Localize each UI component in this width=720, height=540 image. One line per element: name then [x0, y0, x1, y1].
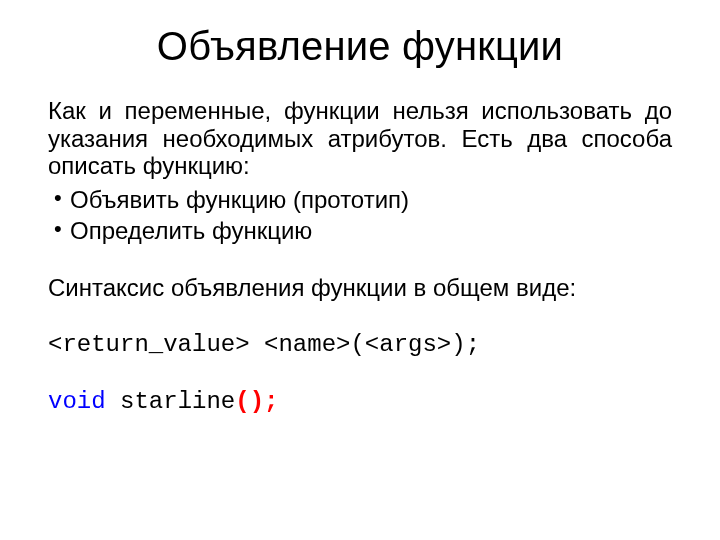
- list-item-label: Объявить функцию (прототип): [70, 186, 409, 213]
- list-item: Определить функцию: [48, 215, 672, 246]
- code-close-paren: ): [250, 388, 264, 415]
- code-function-name: starline: [120, 388, 235, 415]
- spacer: [48, 360, 672, 388]
- slide-title: Объявление функции: [48, 24, 672, 69]
- spacer: [48, 246, 672, 274]
- slide: Объявление функции Как и переменные, фун…: [0, 0, 720, 540]
- code-open-paren: (: [235, 388, 249, 415]
- code-semicolon: ;: [264, 388, 278, 415]
- list-item-label: Определить функцию: [70, 217, 312, 244]
- code-example: void starline();: [48, 388, 672, 417]
- spacer: [48, 303, 672, 331]
- bullet-list: Объявить функцию (прототип) Определить ф…: [48, 184, 672, 246]
- code-space: [106, 388, 120, 415]
- intro-paragraph: Как и переменные, функции нельзя использ…: [48, 97, 672, 180]
- code-keyword: void: [48, 388, 106, 415]
- list-item: Объявить функцию (прототип): [48, 184, 672, 215]
- syntax-template: <return_value> <name>(<args>);: [48, 331, 672, 360]
- syntax-label: Синтаксис объявления функции в общем вид…: [48, 274, 672, 303]
